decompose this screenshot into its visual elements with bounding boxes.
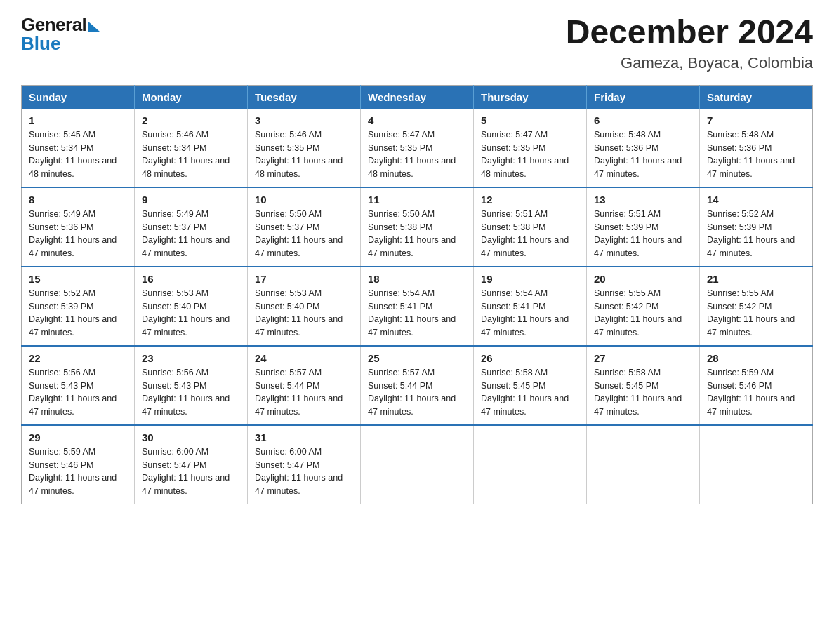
calendar-cell: 1Sunrise: 5:45 AMSunset: 5:34 PMDaylight… <box>22 109 135 187</box>
calendar-cell: 28Sunrise: 5:59 AMSunset: 5:46 PMDayligh… <box>700 346 813 425</box>
day-info: Sunrise: 5:57 AMSunset: 5:44 PMDaylight:… <box>368 366 466 419</box>
calendar-cell: 15Sunrise: 5:52 AMSunset: 5:39 PMDayligh… <box>22 267 135 346</box>
day-number: 14 <box>707 194 805 206</box>
page-header: General Blue December 2024 Gameza, Boyac… <box>21 14 813 72</box>
day-info: Sunrise: 5:49 AMSunset: 5:36 PMDaylight:… <box>29 208 127 260</box>
day-info: Sunrise: 6:00 AMSunset: 5:47 PMDaylight:… <box>255 445 353 498</box>
day-info: Sunrise: 5:45 AMSunset: 5:34 PMDaylight:… <box>29 128 127 181</box>
day-number: 21 <box>707 273 805 285</box>
calendar-cell: 26Sunrise: 5:58 AMSunset: 5:45 PMDayligh… <box>474 346 587 425</box>
calendar-cell: 8Sunrise: 5:49 AMSunset: 5:36 PMDaylight… <box>22 187 135 267</box>
weekday-header-wednesday: Wednesday <box>361 85 474 109</box>
calendar-cell: 19Sunrise: 5:54 AMSunset: 5:41 PMDayligh… <box>474 267 587 346</box>
weekday-header-thursday: Thursday <box>474 85 587 109</box>
day-number: 15 <box>29 273 127 285</box>
day-info: Sunrise: 5:46 AMSunset: 5:35 PMDaylight:… <box>255 128 353 181</box>
calendar-cell: 30Sunrise: 6:00 AMSunset: 5:47 PMDayligh… <box>135 425 248 504</box>
calendar-cell: 6Sunrise: 5:48 AMSunset: 5:36 PMDaylight… <box>587 109 700 187</box>
weekday-header-monday: Monday <box>135 85 248 109</box>
day-info: Sunrise: 5:56 AMSunset: 5:43 PMDaylight:… <box>142 366 240 419</box>
month-title: December 2024 <box>566 14 813 51</box>
calendar-cell <box>474 425 587 504</box>
calendar-week-row: 8Sunrise: 5:49 AMSunset: 5:36 PMDaylight… <box>22 187 813 267</box>
day-number: 29 <box>29 431 127 443</box>
calendar-cell: 3Sunrise: 5:46 AMSunset: 5:35 PMDaylight… <box>248 109 361 187</box>
day-number: 6 <box>594 114 692 126</box>
weekday-header-tuesday: Tuesday <box>248 85 361 109</box>
day-info: Sunrise: 5:55 AMSunset: 5:42 PMDaylight:… <box>707 287 805 340</box>
weekday-header-row: SundayMondayTuesdayWednesdayThursdayFrid… <box>22 85 813 109</box>
day-number: 17 <box>255 273 353 285</box>
calendar-cell: 25Sunrise: 5:57 AMSunset: 5:44 PMDayligh… <box>361 346 474 425</box>
day-info: Sunrise: 5:51 AMSunset: 5:38 PMDaylight:… <box>481 208 579 260</box>
calendar-cell: 31Sunrise: 6:00 AMSunset: 5:47 PMDayligh… <box>248 425 361 504</box>
day-number: 19 <box>481 273 579 285</box>
calendar-cell <box>361 425 474 504</box>
day-info: Sunrise: 5:47 AMSunset: 5:35 PMDaylight:… <box>368 128 466 181</box>
calendar-cell <box>587 425 700 504</box>
day-info: Sunrise: 5:48 AMSunset: 5:36 PMDaylight:… <box>707 128 805 181</box>
logo-arrow-icon <box>88 22 100 32</box>
day-number: 3 <box>255 114 353 126</box>
day-number: 1 <box>29 114 127 126</box>
day-info: Sunrise: 5:51 AMSunset: 5:39 PMDaylight:… <box>594 208 692 260</box>
day-info: Sunrise: 5:52 AMSunset: 5:39 PMDaylight:… <box>707 208 805 260</box>
day-number: 12 <box>481 194 579 206</box>
calendar-week-row: 15Sunrise: 5:52 AMSunset: 5:39 PMDayligh… <box>22 267 813 346</box>
calendar-cell: 23Sunrise: 5:56 AMSunset: 5:43 PMDayligh… <box>135 346 248 425</box>
day-number: 20 <box>594 273 692 285</box>
day-info: Sunrise: 5:56 AMSunset: 5:43 PMDaylight:… <box>29 366 127 419</box>
day-number: 23 <box>142 352 240 364</box>
logo-blue-text: Blue <box>21 33 60 55</box>
day-info: Sunrise: 5:55 AMSunset: 5:42 PMDaylight:… <box>594 287 692 340</box>
calendar-cell: 18Sunrise: 5:54 AMSunset: 5:41 PMDayligh… <box>361 267 474 346</box>
calendar-table: SundayMondayTuesdayWednesdayThursdayFrid… <box>21 85 813 504</box>
day-number: 10 <box>255 194 353 206</box>
day-info: Sunrise: 5:49 AMSunset: 5:37 PMDaylight:… <box>142 208 240 260</box>
day-number: 9 <box>142 194 240 206</box>
calendar-cell: 16Sunrise: 5:53 AMSunset: 5:40 PMDayligh… <box>135 267 248 346</box>
calendar-week-row: 22Sunrise: 5:56 AMSunset: 5:43 PMDayligh… <box>22 346 813 425</box>
day-info: Sunrise: 5:48 AMSunset: 5:36 PMDaylight:… <box>594 128 692 181</box>
day-number: 30 <box>142 431 240 443</box>
calendar-cell: 13Sunrise: 5:51 AMSunset: 5:39 PMDayligh… <box>587 187 700 267</box>
day-number: 26 <box>481 352 579 364</box>
day-number: 31 <box>255 431 353 443</box>
day-number: 27 <box>594 352 692 364</box>
day-number: 11 <box>368 194 466 206</box>
calendar-cell: 11Sunrise: 5:50 AMSunset: 5:38 PMDayligh… <box>361 187 474 267</box>
calendar-cell: 12Sunrise: 5:51 AMSunset: 5:38 PMDayligh… <box>474 187 587 267</box>
calendar-cell: 27Sunrise: 5:58 AMSunset: 5:45 PMDayligh… <box>587 346 700 425</box>
day-info: Sunrise: 5:46 AMSunset: 5:34 PMDaylight:… <box>142 128 240 181</box>
title-area: December 2024 Gameza, Boyaca, Colombia <box>566 14 813 72</box>
calendar-cell: 4Sunrise: 5:47 AMSunset: 5:35 PMDaylight… <box>361 109 474 187</box>
calendar-cell: 10Sunrise: 5:50 AMSunset: 5:37 PMDayligh… <box>248 187 361 267</box>
day-info: Sunrise: 5:53 AMSunset: 5:40 PMDaylight:… <box>255 287 353 340</box>
day-info: Sunrise: 5:50 AMSunset: 5:37 PMDaylight:… <box>255 208 353 260</box>
calendar-cell: 2Sunrise: 5:46 AMSunset: 5:34 PMDaylight… <box>135 109 248 187</box>
calendar-cell: 14Sunrise: 5:52 AMSunset: 5:39 PMDayligh… <box>700 187 813 267</box>
weekday-header-saturday: Saturday <box>700 85 813 109</box>
day-number: 16 <box>142 273 240 285</box>
day-info: Sunrise: 5:59 AMSunset: 5:46 PMDaylight:… <box>29 445 127 498</box>
calendar-week-row: 29Sunrise: 5:59 AMSunset: 5:46 PMDayligh… <box>22 425 813 504</box>
calendar-cell: 17Sunrise: 5:53 AMSunset: 5:40 PMDayligh… <box>248 267 361 346</box>
day-info: Sunrise: 5:54 AMSunset: 5:41 PMDaylight:… <box>368 287 466 340</box>
calendar-cell: 5Sunrise: 5:47 AMSunset: 5:35 PMDaylight… <box>474 109 587 187</box>
day-number: 2 <box>142 114 240 126</box>
day-number: 24 <box>255 352 353 364</box>
day-number: 22 <box>29 352 127 364</box>
weekday-header-friday: Friday <box>587 85 700 109</box>
day-info: Sunrise: 5:50 AMSunset: 5:38 PMDaylight:… <box>368 208 466 260</box>
calendar-cell: 29Sunrise: 5:59 AMSunset: 5:46 PMDayligh… <box>22 425 135 504</box>
day-info: Sunrise: 5:57 AMSunset: 5:44 PMDaylight:… <box>255 366 353 419</box>
day-number: 13 <box>594 194 692 206</box>
day-info: Sunrise: 5:58 AMSunset: 5:45 PMDaylight:… <box>481 366 579 419</box>
weekday-header-sunday: Sunday <box>22 85 135 109</box>
calendar-cell: 9Sunrise: 5:49 AMSunset: 5:37 PMDaylight… <box>135 187 248 267</box>
day-number: 5 <box>481 114 579 126</box>
day-info: Sunrise: 5:53 AMSunset: 5:40 PMDaylight:… <box>142 287 240 340</box>
day-number: 18 <box>368 273 466 285</box>
day-number: 7 <box>707 114 805 126</box>
location-title: Gameza, Boyaca, Colombia <box>566 54 813 72</box>
